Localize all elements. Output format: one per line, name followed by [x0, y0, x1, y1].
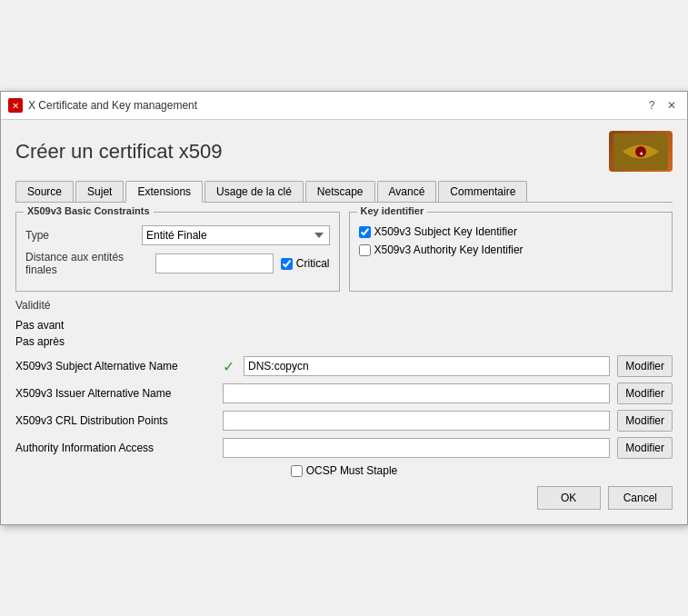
subject-alt-modifier-button[interactable]: Modifier [617, 355, 673, 377]
app-icon: ✕ [8, 98, 23, 113]
authority-info-modifier-button[interactable]: Modifier [617, 437, 673, 459]
subject-key-checkbox-label[interactable]: X509v3 Subject Key Identifier [359, 225, 517, 238]
validity-label: Validité [15, 299, 50, 312]
bottom-buttons: OK Cancel [15, 477, 673, 513]
type-select[interactable]: Entité Finale CA [142, 225, 330, 245]
pas-apres-row: Pas après [15, 335, 673, 348]
logo: ★ [609, 131, 673, 172]
crl-label: X509v3 CRL Distribution Points [15, 414, 215, 427]
authority-info-label: Authority Information Access [15, 442, 215, 454]
subject-alt-name-row: X509v3 Subject Alternative Name ✓ Modifi… [15, 355, 673, 377]
main-window: ✕ X Certificate and Key management ? ✕ C… [0, 91, 688, 525]
ocsp-label: OCSP Must Staple [306, 464, 398, 477]
authority-key-checkbox-label[interactable]: X509v3 Authority Key Identifier [359, 243, 523, 256]
critical-checkbox[interactable] [281, 258, 293, 270]
validity-header-row: Validité [15, 299, 673, 315]
page-title-row: Créer un certificat x509 ★ [15, 131, 673, 172]
title-bar-left: ✕ X Certificate and Key management [8, 98, 197, 113]
subject-alt-name-label: X509v3 Subject Alternative Name [15, 360, 215, 373]
pas-avant-label: Pas avant [15, 319, 88, 332]
subject-key-row: X509v3 Subject Key Identifier [359, 225, 663, 238]
validity-section: Validité Pas avant Pas après [15, 299, 673, 348]
subject-key-checkbox[interactable] [359, 226, 371, 238]
ok-button[interactable]: OK [537, 486, 601, 510]
distance-input[interactable] [155, 253, 274, 273]
tab-netscape[interactable]: Netscape [305, 181, 375, 202]
authority-info-input[interactable] [223, 438, 610, 458]
check-icon: ✓ [223, 358, 234, 375]
pas-apres-label: Pas après [15, 335, 88, 348]
issuer-alt-modifier-button[interactable]: Modifier [617, 383, 673, 404]
title-bar-controls: ? ✕ [643, 97, 680, 114]
tab-usage-cle[interactable]: Usage de la clé [204, 181, 304, 202]
authority-key-checkbox[interactable] [359, 244, 371, 256]
subject-alt-name-input[interactable] [244, 356, 610, 376]
svg-text:★: ★ [639, 151, 643, 156]
crl-modifier-button[interactable]: Modifier [617, 410, 673, 432]
tabs-bar: Source Sujet Extensions Usage de la clé … [15, 181, 673, 203]
critical-label: Critical [296, 257, 330, 270]
subject-key-label: X509v3 Subject Key Identifier [374, 225, 517, 238]
basic-constraints-label: X509v3 Basic Constraints [24, 205, 154, 216]
type-row: Type Entité Finale CA [25, 225, 330, 245]
ocsp-row: OCSP Must Staple [15, 464, 673, 477]
top-groups: X509v3 Basic Constraints Type Entité Fin… [15, 212, 673, 299]
issuer-alt-name-row: X509v3 Issuer Alternative Name Modifier [15, 383, 673, 404]
page-title: Créer un certificat x509 [15, 140, 222, 164]
key-identifier-label: Key identifier [357, 205, 428, 216]
tab-avance[interactable]: Avancé [377, 181, 437, 202]
close-window-button[interactable]: ✕ [663, 97, 680, 114]
distance-row: Distance aux entités finales Critical [25, 251, 330, 276]
key-identifier-group: Key identifier X509v3 Subject Key Identi… [349, 212, 673, 292]
help-button[interactable]: ? [643, 97, 660, 114]
distance-label: Distance aux entités finales [25, 251, 148, 276]
issuer-alt-name-label: X509v3 Issuer Alternative Name [15, 387, 215, 400]
authority-key-label: X509v3 Authority Key Identifier [374, 243, 523, 256]
title-bar: ✕ X Certificate and Key management ? ✕ [1, 92, 687, 120]
tab-source[interactable]: Source [15, 181, 74, 202]
window-title: X Certificate and Key management [28, 99, 197, 112]
tab-commentaire[interactable]: Commentaire [438, 181, 527, 202]
tab-extensions[interactable]: Extensions [125, 181, 203, 203]
extension-fields: X509v3 Subject Alternative Name ✓ Modifi… [15, 355, 673, 477]
crl-input[interactable] [223, 411, 610, 431]
cancel-button[interactable]: Cancel [608, 486, 673, 510]
type-label: Type [25, 229, 135, 242]
tab-sujet[interactable]: Sujet [75, 181, 124, 202]
crl-row: X509v3 CRL Distribution Points Modifier [15, 410, 673, 432]
main-content: Créer un certificat x509 ★ Source Sujet … [1, 120, 687, 524]
issuer-alt-name-input[interactable] [223, 383, 610, 403]
pas-avant-row: Pas avant [15, 319, 673, 332]
ocsp-checkbox[interactable] [291, 465, 303, 477]
authority-info-row: Authority Information Access Modifier [15, 437, 673, 459]
authority-key-row: X509v3 Authority Key Identifier [359, 243, 663, 256]
ocsp-checkbox-label[interactable]: OCSP Must Staple [291, 464, 398, 477]
critical-checkbox-label[interactable]: Critical [281, 257, 330, 270]
basic-constraints-group: X509v3 Basic Constraints Type Entité Fin… [15, 212, 340, 292]
